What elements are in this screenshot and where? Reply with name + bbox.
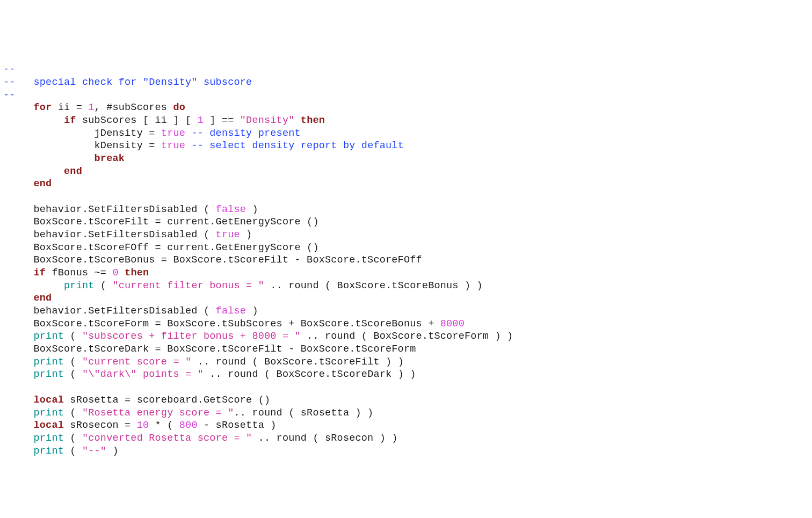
keyword-do: do — [173, 102, 185, 113]
code-text: jDensity = — [95, 128, 161, 139]
string: "Rosetta energy score = " — [82, 407, 234, 419]
string: "subscores + filter bonus + 8000 = " — [82, 331, 301, 342]
string: "Density" — [240, 115, 295, 126]
fn-print: print — [34, 356, 64, 368]
number: 1 — [88, 102, 94, 113]
code-text: subScores [ ii ] [ — [76, 115, 198, 126]
comment: -- select density report by default — [191, 140, 404, 151]
code-text: behavior.SetFiltersDisabled ( — [34, 204, 216, 215]
number: 8000 — [440, 318, 465, 330]
fn-print: print — [34, 407, 64, 419]
comment: -- — [3, 90, 16, 101]
code-text: sRosetta = scoreboard.GetScore () — [64, 395, 270, 406]
number: 1 — [198, 115, 204, 126]
code-text: .. round ( BoxScore.tScoreForm ) ) — [301, 331, 513, 342]
boolean: true — [216, 229, 240, 240]
code-text: BoxScore.tScoreForm = BoxScore.tSubScore… — [34, 318, 440, 330]
keyword-local: local — [34, 395, 64, 406]
keyword-if: if — [34, 267, 46, 279]
comment: -- special check for "Density" subscore — [3, 77, 252, 88]
code-text: .. round ( BoxScore.tScoreDark ) ) — [204, 369, 416, 380]
code-block: -- -- special check for "Density" subsco… — [0, 51, 812, 461]
fn-print: print — [34, 331, 64, 342]
code-text: , #subScores — [95, 102, 173, 113]
code-text: BoxScore.tScoreFilt = current.GetEnergyS… — [34, 216, 319, 228]
keyword-end: end — [34, 293, 52, 304]
keyword-then: then — [301, 115, 325, 126]
code-text: behavior.SetFiltersDisabled ( — [34, 305, 216, 317]
boolean: true — [161, 128, 185, 139]
keyword-local: local — [34, 420, 64, 431]
comment: -- — [3, 64, 16, 75]
code-text: ( — [64, 331, 82, 342]
boolean: false — [216, 204, 247, 215]
keyword-break: break — [95, 153, 125, 164]
keyword-end: end — [34, 178, 52, 189]
fn-print: print — [34, 369, 64, 380]
boolean: true — [161, 140, 185, 151]
code-text: * ( — [149, 420, 179, 431]
code-text: ) — [246, 305, 258, 317]
code-text: ] == — [204, 115, 240, 126]
code-text: kDensity = — [95, 140, 161, 151]
code-text: BoxScore.tScoreFOff = current.GetEnergyS… — [34, 242, 319, 253]
string: "current score = " — [82, 356, 191, 368]
code-text: ( — [64, 446, 82, 457]
number: 0 — [112, 267, 118, 279]
code-text: ) — [246, 204, 258, 215]
code-text — [295, 115, 301, 126]
keyword-end: end — [64, 166, 82, 177]
string: "current filter bonus = " — [112, 280, 264, 291]
keyword-for: for — [34, 102, 52, 113]
fn-print: print — [34, 433, 64, 444]
boolean: false — [216, 305, 247, 317]
code-text: behavior.SetFiltersDisabled ( — [34, 229, 216, 240]
code-text — [119, 267, 125, 279]
code-text: sRosecon = — [64, 420, 137, 431]
code-text: ) — [106, 446, 119, 457]
number: 10 — [137, 420, 149, 431]
keyword-then: then — [125, 267, 149, 279]
code-text: BoxScore.tScoreBonus = BoxScore.tScoreFi… — [34, 254, 422, 266]
code-text: ( — [64, 356, 82, 368]
code-text: ) — [240, 229, 252, 240]
code-text: ( — [64, 433, 82, 444]
code-text: ii = — [52, 102, 88, 113]
code-text: .. round ( sRosetta ) ) — [234, 407, 373, 419]
code-text: .. round ( BoxScore.tScoreFilt ) ) — [191, 356, 404, 368]
fn-print: print — [64, 280, 95, 291]
code-text: - sRosetta ) — [198, 420, 277, 431]
code-text — [185, 128, 191, 139]
code-text: .. round ( BoxScore.tScoreBonus ) ) — [264, 280, 483, 291]
code-text: ( — [64, 407, 82, 419]
string: "\"dark\" points = " — [82, 369, 204, 380]
string: "converted Rosetta score = " — [82, 433, 252, 444]
code-text: .. round ( sRosecon ) ) — [252, 433, 397, 444]
code-text: ( — [64, 369, 82, 380]
code-text: BoxScore.tScoreDark = BoxScore.tScoreFil… — [34, 344, 416, 355]
number: 800 — [179, 420, 198, 431]
code-text — [185, 140, 191, 151]
comment: -- density present — [191, 128, 300, 139]
fn-print: print — [34, 446, 64, 457]
code-text: fBonus ~= — [46, 267, 112, 279]
string: "--" — [82, 446, 106, 457]
code-text: ( — [95, 280, 113, 291]
keyword-if: if — [64, 115, 76, 126]
